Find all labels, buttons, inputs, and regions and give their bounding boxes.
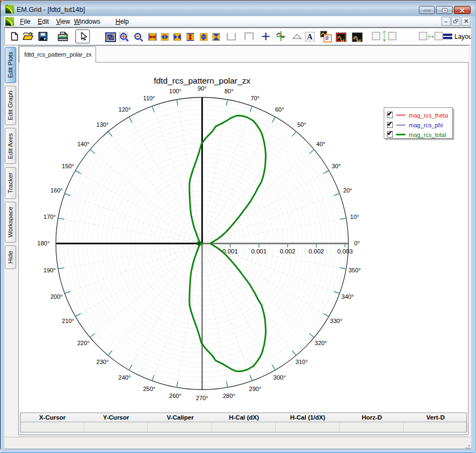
svg-text:250°: 250° bbox=[143, 386, 155, 392]
svg-text:fdtd_rcs_pattern_polar_zx: fdtd_rcs_pattern_polar_zx bbox=[154, 76, 250, 85]
svg-text:180°: 180° bbox=[37, 240, 50, 246]
svg-text:200°: 200° bbox=[50, 293, 63, 300]
svg-text:290°: 290° bbox=[249, 386, 261, 392]
svg-text:350°: 350° bbox=[349, 267, 361, 273]
svg-text:40°: 40° bbox=[316, 141, 325, 147]
svg-text:330°: 330° bbox=[330, 318, 343, 324]
svg-text:110°: 110° bbox=[143, 95, 155, 101]
svg-text:120°: 120° bbox=[119, 106, 131, 113]
svg-text:140°: 140° bbox=[77, 141, 90, 147]
svg-text:170°: 170° bbox=[44, 214, 56, 220]
svg-text:210°: 210° bbox=[62, 318, 74, 324]
svg-text:0.001: 0.001 bbox=[251, 248, 267, 255]
svg-text:220°: 220° bbox=[77, 340, 90, 346]
svg-text:150°: 150° bbox=[62, 163, 74, 169]
svg-text:240°: 240° bbox=[119, 374, 131, 381]
svg-text:100°: 100° bbox=[169, 88, 181, 94]
svg-text:80°: 80° bbox=[225, 88, 234, 94]
svg-text:20°: 20° bbox=[343, 187, 352, 194]
svg-text:310°: 310° bbox=[296, 359, 308, 365]
svg-text:0.002: 0.002 bbox=[280, 248, 296, 255]
svg-text:300°: 300° bbox=[274, 374, 286, 381]
svg-text:130°: 130° bbox=[97, 121, 109, 128]
svg-text:70°: 70° bbox=[250, 95, 260, 101]
svg-text:60°: 60° bbox=[275, 106, 284, 113]
svg-text:0°: 0° bbox=[354, 240, 360, 246]
svg-text:160°: 160° bbox=[50, 187, 63, 194]
svg-text:0.003: 0.003 bbox=[337, 248, 353, 255]
svg-text:260°: 260° bbox=[169, 393, 181, 399]
svg-text:280°: 280° bbox=[223, 393, 235, 399]
svg-text:A: A bbox=[307, 32, 313, 41]
svg-text:30°: 30° bbox=[332, 163, 341, 169]
svg-text:190°: 190° bbox=[44, 267, 56, 273]
svg-text:10°: 10° bbox=[350, 214, 359, 220]
svg-text:90°: 90° bbox=[198, 85, 207, 92]
svg-text:270°: 270° bbox=[196, 395, 208, 401]
svg-text:50°: 50° bbox=[297, 121, 307, 128]
svg-text:0.002: 0.002 bbox=[309, 248, 324, 255]
svg-text:320°: 320° bbox=[315, 340, 327, 346]
svg-text:340°: 340° bbox=[342, 293, 354, 300]
svg-text:230°: 230° bbox=[97, 359, 109, 365]
